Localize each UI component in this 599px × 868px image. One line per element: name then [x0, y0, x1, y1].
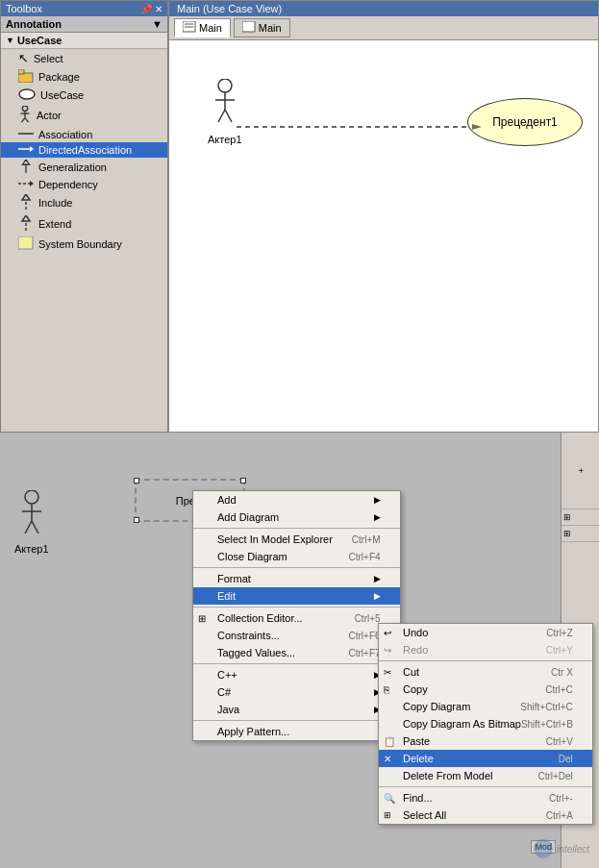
actor-figure-1	[211, 79, 239, 132]
submenu-item-copy[interactable]: ⎘ Copy Ctrl+C	[379, 681, 592, 698]
svg-line-34	[25, 521, 32, 533]
diagram-canvas[interactable]: Актер1 Прецедент1	[169, 40, 598, 432]
svg-rect-23	[242, 21, 255, 32]
toolbox-item-include[interactable]: Include	[1, 192, 167, 213]
svg-line-28	[225, 110, 232, 122]
svg-marker-12	[23, 160, 30, 164]
submenu-arrow-icon-2: ▶	[374, 512, 381, 522]
submenu-item-select-all[interactable]: ⊞ Select All Ctrl+A	[379, 806, 592, 824]
menu-item-apply-pattern[interactable]: Apply Pattern...	[193, 723, 400, 740]
right-panel-item-2[interactable]: ⊞	[562, 526, 599, 542]
toolbox-item-usecase[interactable]: UseCase	[1, 87, 167, 104]
toolbox-close-btn[interactable]: ✕	[155, 4, 162, 14]
submenu-item-copy-diagram[interactable]: Copy Diagram Shift+Ctrl+C	[379, 698, 592, 715]
right-panel-item-1[interactable]: ⊞	[562, 509, 599, 526]
tab-main-1[interactable]: Main	[174, 18, 231, 37]
svg-line-7	[25, 118, 29, 123]
usecase-icon	[18, 88, 36, 102]
toolbox-pin-btn[interactable]: 📌	[140, 4, 152, 14]
menu-item-collection[interactable]: ⊞ Collection Editor... Ctrl+5	[193, 609, 400, 627]
svg-point-24	[218, 79, 232, 92]
toolbox-title: Toolbox	[6, 3, 42, 14]
submenu-item-copy-bitmap[interactable]: Copy Diagram As Bitmap Shift+Ctrl+B	[379, 715, 592, 732]
svg-marker-10	[30, 146, 34, 152]
svg-point-31	[25, 490, 38, 504]
svg-point-2	[19, 89, 35, 99]
association-line	[237, 117, 477, 136]
delete-icon: ✕	[384, 754, 391, 764]
diagram-icon-2	[242, 21, 256, 35]
collection-icon: ⊞	[198, 613, 206, 624]
bottom-section: Актер1 Пре... Add ▶ Add Diagram ▶ Select…	[0, 433, 599, 868]
submenu-item-redo[interactable]: ↪ Redo Ctrl+Y	[379, 641, 592, 658]
intellect-logo	[534, 839, 553, 858]
submenu-item-find[interactable]: 🔍 Find... Ctrl+-	[379, 789, 592, 806]
actor-icon	[18, 106, 32, 125]
menu-item-format[interactable]: Format ▶	[193, 570, 400, 587]
toolbox-item-package[interactable]: Package	[1, 67, 167, 87]
svg-line-6	[21, 118, 25, 123]
package-icon	[18, 69, 34, 85]
submenu-arrow-icon: ▶	[374, 495, 381, 505]
menu-item-edit[interactable]: Edit ▶	[193, 587, 400, 605]
menu-item-cpp[interactable]: C++ ▶	[193, 666, 400, 683]
diagram-icon-1	[183, 21, 196, 35]
cut-icon: ✂	[384, 667, 391, 678]
svg-marker-18	[22, 215, 30, 221]
toolbox-item-dependency[interactable]: Dependency	[1, 177, 167, 192]
submenu-sep-2	[379, 786, 592, 787]
association-icon	[18, 129, 34, 140]
menu-item-java[interactable]: Java ▶	[193, 701, 400, 718]
usecase-1-label: Прецедент1	[492, 115, 558, 129]
group-arrow-icon: ▼	[6, 36, 14, 45]
toolbox-item-association[interactable]: Association	[1, 127, 167, 142]
watermark-text: intellect	[557, 844, 589, 855]
menu-item-csharp[interactable]: C# ▶	[193, 683, 400, 701]
submenu-item-paste[interactable]: 📋 Paste Ctrl+V	[379, 732, 592, 750]
generalization-icon	[18, 160, 34, 175]
menu-item-select-model[interactable]: Select In Model Explorer Ctrl+M	[193, 531, 400, 548]
submenu-item-undo[interactable]: ↩ Undo Ctrl+Z	[379, 624, 592, 641]
svg-marker-16	[22, 194, 30, 200]
submenu-item-delete-from-model[interactable]: Delete From Model Ctrl+Del	[379, 767, 592, 784]
toolbox: Toolbox 📌 ✕ Annotation ▼ ▼ UseCase ↖ Sel…	[0, 0, 168, 433]
svg-point-3	[22, 106, 27, 111]
right-panel-label: +	[576, 468, 586, 473]
svg-line-35	[32, 521, 38, 533]
toolbox-item-extend[interactable]: Extend	[1, 213, 167, 235]
paste-icon: 📋	[384, 736, 395, 747]
submenu-item-delete[interactable]: ✕ Delete Del	[379, 750, 592, 767]
bottom-actor-label: Актер1	[14, 543, 49, 555]
toolbox-item-system-boundary[interactable]: System Boundary	[1, 235, 167, 254]
submenu-arrow-format: ▶	[374, 574, 381, 583]
toolbox-item-select[interactable]: ↖ Select	[1, 49, 167, 67]
toolbox-item-directed-association[interactable]: DirectedAssociation	[1, 142, 167, 158]
usecase-group[interactable]: ▼ UseCase	[1, 33, 167, 49]
toolbox-item-actor[interactable]: Actor	[1, 104, 167, 127]
menu-separator-4	[193, 663, 400, 664]
menu-item-add[interactable]: Add ▶	[193, 491, 400, 508]
tab-main-2[interactable]: Main	[234, 18, 290, 37]
toolbox-item-generalization[interactable]: Generalization	[1, 158, 167, 177]
extend-icon	[18, 215, 34, 233]
select-all-icon: ⊞	[384, 810, 391, 820]
bottom-actor: Актер1	[14, 490, 49, 555]
main-diagram-area: Main (Use Case View) Main Main	[168, 0, 599, 433]
system-boundary-icon	[18, 236, 34, 252]
menu-item-add-diagram[interactable]: Add Diagram ▶	[193, 508, 400, 526]
menu-item-close-diagram[interactable]: Close Diagram Ctrl+F4	[193, 548, 400, 565]
directed-association-icon	[18, 144, 34, 156]
usecase-1[interactable]: Прецедент1	[467, 98, 583, 146]
edit-submenu: ↩ Undo Ctrl+Z ↪ Redo Ctrl+Y ✂ Cut Ctr X …	[378, 623, 593, 825]
menu-separator-2	[193, 567, 400, 568]
diagram-title: Main (Use Case View)	[169, 1, 598, 16]
toolbox-header: Toolbox 📌 ✕	[1, 1, 167, 16]
dependency-icon	[18, 179, 34, 190]
svg-rect-19	[18, 236, 33, 249]
menu-separator-3	[193, 607, 400, 608]
menu-separator-5	[193, 720, 400, 721]
bottom-canvas[interactable]: Актер1 Пре... Add ▶ Add Diagram ▶ Select…	[0, 433, 599, 868]
menu-item-constraints[interactable]: Constraints... Ctrl+F6	[193, 627, 400, 644]
submenu-item-cut[interactable]: ✂ Cut Ctr X	[379, 663, 592, 681]
menu-item-tagged[interactable]: Tagged Values... Ctrl+F7	[193, 644, 400, 661]
